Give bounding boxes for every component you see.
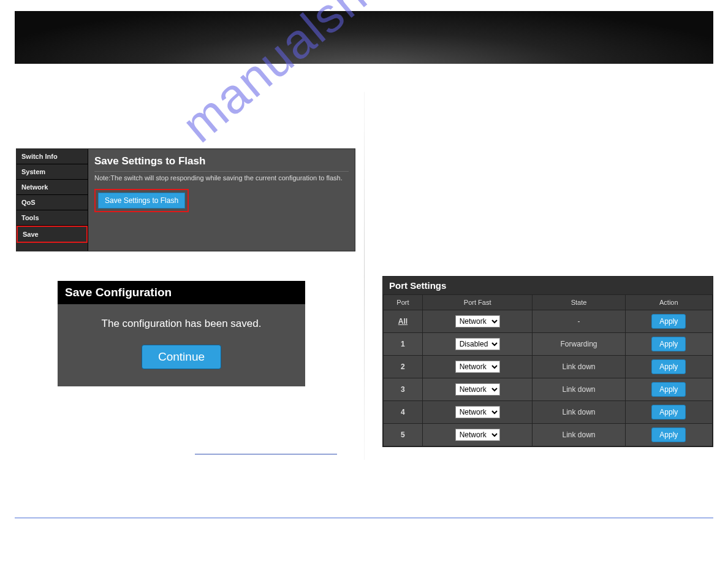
cell-action: Apply	[625, 401, 712, 424]
col-port-fast: Port Fast	[422, 295, 533, 310]
divider	[94, 171, 349, 172]
cell-port: 2	[384, 356, 423, 378]
cell-port-fast: NetworkDisabled	[422, 401, 533, 424]
panel-title: Save Settings to Flash	[94, 153, 349, 171]
cell-port-fast: NetworkDisabled	[422, 424, 533, 446]
table-row: 1NetworkDisabledForwardingApply	[384, 333, 713, 356]
cell-port-fast: NetworkDisabled	[422, 378, 533, 401]
highlight-box: Save Settings to Flash	[94, 189, 189, 212]
cell-port: 5	[384, 424, 423, 446]
apply-button[interactable]: Apply	[651, 359, 686, 374]
cell-state: Link down	[533, 424, 625, 446]
panel-note: Note:The switch will stop responding whi…	[94, 174, 349, 182]
port-fast-select[interactable]: NetworkDisabled	[455, 383, 500, 396]
cell-port-fast: NetworkDisabled	[422, 356, 533, 378]
link-underline	[195, 454, 337, 454]
col-port: Port	[384, 295, 423, 310]
port-settings-title: Port Settings	[383, 277, 713, 294]
apply-button[interactable]: Apply	[651, 427, 686, 442]
page-divider	[364, 92, 365, 460]
cell-port[interactable]: All	[384, 310, 423, 333]
dialog-message: The configuration has been saved.	[64, 318, 299, 330]
port-settings-table: Port Port Fast State Action AllNetworkDi…	[383, 294, 713, 446]
cell-state: Link down	[533, 378, 625, 401]
port-all-link[interactable]: All	[398, 317, 408, 326]
table-row: 4NetworkDisabledLink downApply	[384, 401, 713, 424]
cell-state: Link down	[533, 356, 625, 378]
sidebar: Switch Info System Network QoS Tools Sav…	[17, 149, 88, 251]
save-configuration-dialog: Save Configuration The configuration has…	[58, 281, 305, 386]
cell-state: -	[533, 310, 625, 333]
sidebar-item-network[interactable]: Network	[17, 180, 88, 195]
cell-port: 3	[384, 378, 423, 401]
col-action: Action	[625, 295, 712, 310]
port-settings-panel: Port Settings Port Port Fast State Actio…	[382, 276, 713, 447]
col-state: State	[533, 295, 625, 310]
port-fast-select[interactable]: NetworkDisabled	[455, 315, 500, 327]
table-row: 2NetworkDisabledLink downApply	[384, 356, 713, 378]
sidebar-item-save[interactable]: Save	[17, 226, 88, 243]
port-fast-select[interactable]: NetworkDisabled	[455, 406, 500, 418]
apply-button[interactable]: Apply	[651, 382, 686, 397]
sidebar-item-qos[interactable]: QoS	[17, 195, 88, 210]
table-row: 5NetworkDisabledLink downApply	[384, 424, 713, 446]
cell-action: Apply	[625, 310, 712, 333]
cell-port-fast: NetworkDisabled	[422, 333, 533, 356]
sidebar-item-system[interactable]: System	[17, 164, 88, 180]
save-settings-main: Save Settings to Flash Note:The switch w…	[88, 149, 355, 251]
sidebar-item-switch-info[interactable]: Switch Info	[17, 149, 88, 164]
bottom-rule	[15, 518, 713, 518]
dialog-title: Save Configuration	[58, 281, 305, 304]
port-fast-select[interactable]: NetworkDisabled	[455, 338, 500, 350]
apply-button[interactable]: Apply	[651, 314, 686, 329]
table-row: 3NetworkDisabledLink downApply	[384, 378, 713, 401]
table-row: AllNetworkDisabled-Apply	[384, 310, 713, 333]
cell-port: 1	[384, 333, 423, 356]
cell-action: Apply	[625, 424, 712, 446]
apply-button[interactable]: Apply	[651, 405, 686, 419]
top-banner	[15, 11, 713, 64]
continue-button[interactable]: Continue	[142, 345, 221, 369]
save-settings-button[interactable]: Save Settings to Flash	[98, 193, 185, 209]
cell-state: Forwarding	[533, 333, 625, 356]
apply-button[interactable]: Apply	[651, 337, 686, 351]
sidebar-item-tools[interactable]: Tools	[17, 210, 88, 226]
port-fast-select[interactable]: NetworkDisabled	[455, 361, 500, 373]
cell-port: 4	[384, 401, 423, 424]
cell-action: Apply	[625, 356, 712, 378]
cell-port-fast: NetworkDisabled	[422, 310, 533, 333]
cell-action: Apply	[625, 333, 712, 356]
port-fast-select[interactable]: NetworkDisabled	[455, 429, 500, 441]
save-settings-panel: Switch Info System Network QoS Tools Sav…	[16, 148, 355, 251]
cell-state: Link down	[533, 401, 625, 424]
cell-action: Apply	[625, 378, 712, 401]
